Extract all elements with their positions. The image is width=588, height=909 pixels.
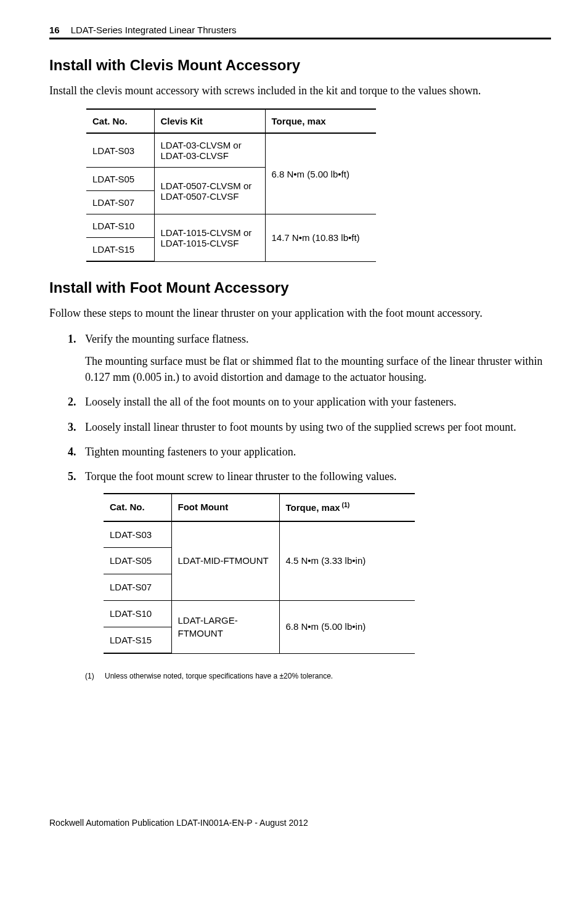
footer-publication: Rockwell Automation Publication LDAT-IN0…: [49, 818, 551, 828]
th-torque: Torque, max (1): [279, 494, 415, 521]
page-header: 16 LDAT-Series Integrated Linear Thruste…: [49, 25, 551, 35]
cell-kit: LDAT-03-CLVSM or LDAT-03-CLVSF: [154, 133, 265, 168]
th-torque: Torque, max: [265, 109, 376, 133]
cell-catno: LDAT-S10: [104, 600, 171, 627]
step-2: Loosely install the all of the foot moun…: [68, 394, 551, 410]
step-5: Torque the foot mount screw to linear th…: [68, 468, 551, 682]
cell-catno: LDAT-S07: [104, 574, 171, 601]
publication-title: LDAT-Series Integrated Linear Thrusters: [71, 25, 237, 35]
step-text: Tighten mounting fasteners to your appli…: [85, 446, 296, 458]
section2-intro: Follow these steps to mount the linear t…: [49, 305, 551, 321]
table-row: LDAT-S10 LDAT-1015-CLVSM or LDAT-1015-CL…: [86, 214, 376, 238]
step-subtext: The mounting surface must be flat or shi…: [85, 353, 551, 385]
step-1: Verify the mounting surface flatness. Th…: [68, 331, 551, 385]
section1-intro: Install the clevis mount accessory with …: [49, 83, 551, 99]
footnote: (1) Unless otherwise noted, torque speci…: [85, 671, 551, 682]
section2-heading: Install with Foot Mount Accessory: [49, 279, 551, 296]
table-row: LDAT-S10 LDAT-LARGE-FTMOUNT 6.8 N•m (5.0…: [104, 600, 415, 627]
cell-torque: 14.7 N•m (10.83 lb•ft): [265, 214, 376, 262]
th-kit: Clevis Kit: [154, 109, 265, 133]
th-foot: Foot Mount: [171, 494, 279, 521]
step-text: Verify the mounting surface flatness.: [85, 333, 248, 345]
cell-torque: 4.5 N•m (3.33 lb•in): [279, 521, 415, 601]
cell-foot: LDAT-MID-FTMOUNT: [171, 521, 279, 601]
step-3: Loosely install linear thruster to foot …: [68, 419, 551, 435]
footnote-num: (1): [85, 672, 94, 680]
th-catno: Cat. No.: [86, 109, 154, 133]
step-text: Torque the foot mount screw to linear th…: [85, 470, 397, 483]
step-text: Loosely install linear thruster to foot …: [85, 421, 516, 433]
foot-table: Cat. No. Foot Mount Torque, max (1) LDAT…: [104, 493, 415, 654]
section1-heading: Install with Clevis Mount Accessory: [49, 57, 551, 74]
step-4: Tighten mounting fasteners to your appli…: [68, 444, 551, 460]
cell-catno: LDAT-S05: [86, 168, 154, 191]
steps-list: Verify the mounting surface flatness. Th…: [68, 331, 551, 682]
cell-catno: LDAT-S03: [104, 521, 171, 548]
table-row: LDAT-S03 LDAT-MID-FTMOUNT 4.5 N•m (3.33 …: [104, 521, 415, 548]
cell-torque: 6.8 N•m (5.00 lb•in): [279, 600, 415, 653]
cell-catno: LDAT-S15: [104, 627, 171, 653]
clevis-table: Cat. No. Clevis Kit Torque, max LDAT-S03…: [86, 108, 376, 262]
cell-kit: LDAT-0507-CLVSM or LDAT-0507-CLVSF: [154, 168, 265, 214]
header-rule: [49, 38, 551, 39]
cell-catno: LDAT-S03: [86, 133, 154, 168]
table-row: LDAT-S03 LDAT-03-CLVSM or LDAT-03-CLVSF …: [86, 133, 376, 168]
cell-catno: LDAT-S15: [86, 238, 154, 262]
cell-catno: LDAT-S10: [86, 214, 154, 238]
cell-torque: 6.8 N•m (5.00 lb•ft): [265, 133, 376, 214]
th-catno: Cat. No.: [104, 494, 171, 521]
page-number: 16: [49, 25, 60, 35]
cell-foot: LDAT-LARGE-FTMOUNT: [171, 600, 279, 653]
cell-kit: LDAT-1015-CLVSM or LDAT-1015-CLVSF: [154, 214, 265, 262]
cell-catno: LDAT-S05: [104, 548, 171, 574]
step-text: Loosely install the all of the foot moun…: [85, 396, 456, 408]
footnote-text: Unless otherwise noted, torque specifica…: [105, 672, 333, 680]
cell-catno: LDAT-S07: [86, 191, 154, 214]
